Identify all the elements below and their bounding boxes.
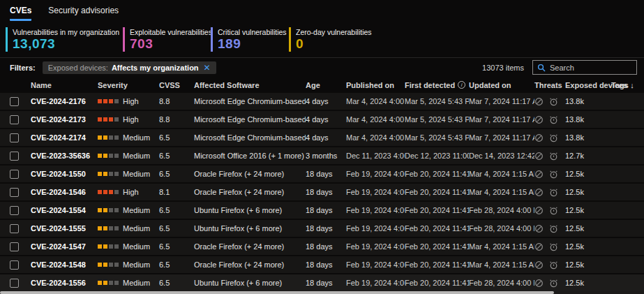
threat-insights-icon[interactable] xyxy=(534,279,544,288)
cve-name-link[interactable]: CVE-2024-2174 xyxy=(31,133,98,142)
published-on-value: Dec 11, 2023 4:00 PM xyxy=(346,152,405,160)
threat-insights-icon[interactable] xyxy=(534,242,544,251)
cve-name-link[interactable]: CVE-2024-1547 xyxy=(31,242,98,251)
row-checkbox[interactable] xyxy=(10,224,19,233)
published-on-value: Feb 19, 2024 4:00 PM xyxy=(346,224,405,233)
stat-card-critical[interactable]: Critical vulnerabilities 189 xyxy=(211,27,289,52)
row-checkbox[interactable] xyxy=(10,170,19,179)
column-header-published-on[interactable]: Published on xyxy=(346,81,405,89)
row-checkbox[interactable] xyxy=(10,260,19,270)
column-header-severity[interactable]: Severity xyxy=(98,81,159,89)
exploit-available-icon[interactable] xyxy=(549,188,558,197)
threat-insights-icon[interactable] xyxy=(534,115,544,124)
cve-name-link[interactable]: CVE-2024-2176 xyxy=(31,97,98,105)
cve-name-link[interactable]: CVE-2024-1550 xyxy=(31,170,98,178)
cve-name-link[interactable]: CVE-2024-1546 xyxy=(31,188,98,196)
row-checkbox[interactable] xyxy=(10,152,19,161)
row-checkbox[interactable] xyxy=(10,242,19,251)
stat-card-zero-day[interactable]: Zero-day vulnerabilities 0 xyxy=(289,27,377,52)
cve-name-link[interactable]: CVE-2024-1548 xyxy=(31,260,98,269)
threat-insights-icon[interactable] xyxy=(534,170,544,179)
table-row[interactable]: CVE-2024-1546 High 8.1 Oracle Firefox (+… xyxy=(0,184,644,202)
cve-name-link[interactable]: CVE-2024-1555 xyxy=(31,224,98,233)
table-row[interactable]: CVE-2024-1554 Medium 6.5 Ubuntu Firefox … xyxy=(0,202,644,220)
stat-card-exploitable[interactable]: Exploitable vulnerabilities 703 xyxy=(123,27,211,52)
threat-insights-icon[interactable] xyxy=(534,152,544,161)
cvss-value: 6.5 xyxy=(159,260,194,269)
cve-name-link[interactable]: CVE-2024-2173 xyxy=(31,115,98,124)
tab-security-advisories[interactable]: Security advisories xyxy=(48,6,119,19)
tab-cves[interactable]: CVEs xyxy=(10,6,31,21)
threat-insights-icon[interactable] xyxy=(534,260,544,270)
row-checkbox[interactable] xyxy=(10,188,19,197)
table-row[interactable]: CVE-2024-1547 Medium 6.5 Oracle Firefox … xyxy=(0,238,644,256)
severity-label: Medium xyxy=(123,224,150,233)
filter-pill-exposed-devices[interactable]: Exposed devices: Affects my organization… xyxy=(43,61,216,74)
threat-insights-icon[interactable] xyxy=(534,133,544,142)
cve-name-link[interactable]: CVE-2023-35636 xyxy=(31,152,98,160)
age-value: 18 days xyxy=(306,242,346,251)
stat-card-vulnerabilities[interactable]: Vulnerabilities in my organization 13,07… xyxy=(6,27,123,52)
threat-insights-icon[interactable] xyxy=(534,224,544,233)
age-value: 18 days xyxy=(306,224,346,233)
exploit-available-icon[interactable] xyxy=(549,133,558,142)
filter-toolbar: Filters: Exposed devices: Affects my org… xyxy=(0,57,644,77)
table-row[interactable]: CVE-2024-2173 High 8.8 Microsoft Edge Ch… xyxy=(0,111,644,129)
threat-insights-icon[interactable] xyxy=(534,97,544,106)
table-row[interactable]: CVE-2024-1550 Medium 6.5 Oracle Firefox … xyxy=(0,166,644,184)
table-row[interactable]: CVE-2024-2176 High 8.8 Microsoft Edge Ch… xyxy=(0,93,644,111)
affected-software: Oracle Firefox (+ 24 more) xyxy=(194,188,306,196)
column-header-updated-on[interactable]: Updated on xyxy=(469,81,534,89)
age-value: 18 days xyxy=(306,170,346,178)
severity-square xyxy=(109,281,113,285)
cve-name-link[interactable]: CVE-2024-1554 xyxy=(31,206,98,214)
column-header-first-detected[interactable]: First detected i xyxy=(405,81,469,89)
severity-square xyxy=(98,117,102,122)
horizontal-scrollbar[interactable] xyxy=(0,291,644,294)
severity-square xyxy=(114,154,119,158)
column-header-exposed-devices[interactable]: Exposed devices ↓ xyxy=(565,81,611,89)
row-checkbox[interactable] xyxy=(10,279,19,288)
column-header-affected-software[interactable]: Affected Software xyxy=(194,81,306,89)
row-checkbox[interactable] xyxy=(10,97,19,106)
remove-filter-icon[interactable]: ✕ xyxy=(202,64,211,71)
exploit-available-icon[interactable] xyxy=(549,152,558,161)
exploit-available-icon[interactable] xyxy=(549,224,558,233)
severity-square xyxy=(109,226,113,230)
table-row[interactable]: CVE-2024-1548 Medium 6.5 Oracle Firefox … xyxy=(0,256,644,274)
first-detected-value: Mar 5, 2024 5:43 PM xyxy=(405,97,469,105)
updated-on-value: Mar 7, 2024 11:17 AM xyxy=(469,115,534,124)
search-input[interactable] xyxy=(550,64,627,72)
column-header-name[interactable]: Name xyxy=(31,81,98,89)
exploit-available-icon[interactable] xyxy=(549,97,558,106)
items-count: 13073 items xyxy=(482,64,524,72)
exploit-available-icon[interactable] xyxy=(549,206,558,215)
table-row[interactable]: CVE-2024-1555 Medium 6.5 Ubuntu Firefox … xyxy=(0,220,644,238)
threat-insights-icon[interactable] xyxy=(534,188,544,197)
exploit-available-icon[interactable] xyxy=(549,170,558,179)
cve-name-link[interactable]: CVE-2024-1556 xyxy=(31,279,98,287)
cvss-value: 6.5 xyxy=(159,242,194,251)
row-checkbox[interactable] xyxy=(10,115,19,124)
row-checkbox[interactable] xyxy=(10,206,19,215)
exploit-available-icon[interactable] xyxy=(549,260,558,270)
column-header-tags[interactable]: Tags xyxy=(611,81,644,89)
table-row[interactable]: CVE-2024-2174 Medium 6.5 Microsoft Edge … xyxy=(0,129,644,147)
search-box[interactable] xyxy=(532,60,637,75)
exposed-devices-value: 12.5k xyxy=(565,279,611,287)
exploit-available-icon[interactable] xyxy=(549,279,558,288)
table-row[interactable]: CVE-2024-1556 Medium 6.5 Ubuntu Firefox … xyxy=(0,274,644,293)
threats-cell xyxy=(534,279,565,288)
column-header-cvss[interactable]: CVSS xyxy=(159,81,194,89)
info-icon[interactable]: i xyxy=(458,81,465,89)
threat-insights-icon[interactable] xyxy=(534,206,544,215)
scrollbar-thumb[interactable] xyxy=(0,291,554,294)
table-row[interactable]: CVE-2023-35636 Medium 6.5 Microsoft Offi… xyxy=(0,147,644,166)
column-header-threats[interactable]: Threats xyxy=(534,81,565,89)
severity-label: Medium xyxy=(123,279,150,287)
row-checkbox[interactable] xyxy=(10,133,19,142)
exploit-available-icon[interactable] xyxy=(549,242,558,251)
exploit-available-icon[interactable] xyxy=(549,115,558,124)
column-header-age[interactable]: Age xyxy=(306,81,346,89)
severity-label: High xyxy=(123,115,139,124)
